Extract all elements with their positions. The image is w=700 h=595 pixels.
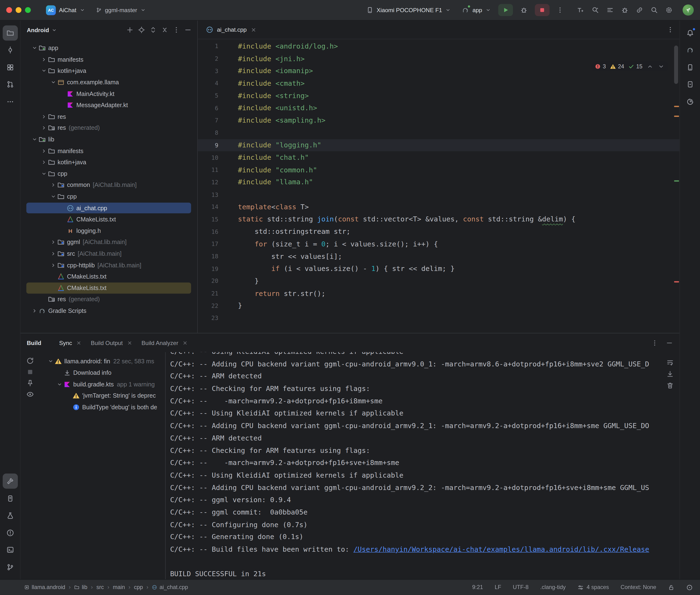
tool-button-device-manager[interactable]	[682, 59, 698, 75]
tree-item-ggml[interactable]: ggml[AiChat.lib.main]	[21, 237, 197, 248]
next-problem-icon[interactable]	[657, 63, 665, 70]
line-number[interactable]: 10	[198, 154, 218, 161]
tree-item-manifests[interactable]: manifests	[21, 54, 197, 65]
chevron-right-icon[interactable]	[40, 113, 48, 120]
tool-button-build[interactable]	[2, 474, 18, 489]
code-line-16[interactable]: 16 std::ostringstream str;	[198, 225, 679, 238]
line-number[interactable]: 18	[198, 253, 218, 260]
code-line-18[interactable]: 18 str << values[i];	[198, 250, 679, 263]
chevron-right-icon[interactable]	[49, 250, 57, 257]
code-line-8[interactable]: 8	[198, 127, 679, 139]
code-line-19[interactable]: 19 if (i < values.size() - 1) { str << d…	[198, 263, 679, 275]
line-number[interactable]: 19	[198, 265, 218, 272]
stop-button[interactable]	[535, 4, 550, 16]
code-line-22[interactable]: 22}	[198, 300, 679, 312]
tree-item-cpp[interactable]: cpp	[21, 191, 197, 202]
close-tab-icon[interactable]	[76, 340, 82, 345]
chevron-down-icon[interactable]	[55, 381, 63, 388]
breadcrumb-item-lib[interactable]: lib	[74, 584, 87, 591]
code-line-6[interactable]: 6#include <unistd.h>	[198, 102, 679, 114]
editor-options-icon[interactable]	[666, 26, 674, 34]
tree-item-src[interactable]: src[AiChat.lib.main]	[21, 248, 197, 259]
action-hide-icon[interactable]	[184, 26, 192, 34]
line-separator-widget[interactable]: LF	[495, 584, 501, 591]
clear-all-icon[interactable]	[666, 382, 674, 390]
tool-button-pull-requests[interactable]	[2, 77, 18, 92]
lock-icon[interactable]	[668, 584, 674, 591]
tool-button-commit[interactable]	[2, 42, 18, 58]
tool-button-device-explorer[interactable]	[2, 491, 18, 506]
previous-problem-icon[interactable]	[646, 63, 653, 70]
project-selector[interactable]: AC AiChat	[43, 4, 89, 16]
action-locate-file-icon[interactable]	[137, 26, 145, 34]
tree-item-lib[interactable]: lib	[21, 134, 197, 145]
line-number[interactable]: 20	[198, 278, 218, 285]
line-number[interactable]: 1	[198, 43, 218, 50]
action-more-icon[interactable]	[172, 26, 180, 34]
tree-item-app[interactable]: app	[21, 42, 197, 54]
tree-item-kotlin-java[interactable]: kotlin+java	[21, 65, 197, 77]
code-line-13[interactable]: 13	[198, 188, 679, 201]
chevron-right-icon[interactable]	[40, 124, 48, 132]
action-add-icon[interactable]	[126, 26, 134, 34]
code-line-21[interactable]: 21 return str.str();	[198, 287, 679, 300]
run-button[interactable]	[498, 4, 513, 16]
code-line-17[interactable]: 17 for (size_t i = 0; i < values.size();…	[198, 238, 679, 250]
inspections-widget[interactable]: 3 24 15	[592, 62, 668, 72]
code-line-5[interactable]: 5#include <string>	[198, 89, 679, 102]
line-number[interactable]: 15	[198, 216, 218, 223]
tool-button-running-devices[interactable]	[682, 77, 698, 92]
build-tree-item-buildtype-debug-is-both-de[interactable]: BuildType 'debug' is both de	[39, 401, 165, 413]
chevron-right-icon[interactable]	[49, 262, 57, 269]
action-expand-all-icon[interactable]	[149, 26, 157, 34]
passed-count[interactable]: 15	[628, 63, 642, 69]
fullscreen-window-button[interactable]	[25, 7, 31, 13]
chevron-down-icon[interactable]	[49, 193, 57, 200]
more-run-actions-button[interactable]	[553, 4, 566, 16]
breadcrumb-item-src[interactable]: src	[96, 584, 104, 591]
filter-icon[interactable]	[26, 390, 34, 399]
tool-button-more-tools[interactable]	[2, 94, 18, 109]
toolbar-button-todo-list[interactable]	[603, 4, 616, 16]
tree-item-res[interactable]: res(generated)	[21, 122, 197, 134]
tree-item-cpp[interactable]: cpp	[21, 168, 197, 179]
close-window-button[interactable]	[6, 7, 12, 13]
line-number[interactable]: 6	[198, 105, 218, 111]
code-area[interactable]: 1#include <android/log.h>2#include <jni.…	[198, 39, 679, 324]
build-tree-item-build-gradle-kts[interactable]: build.gradle.ktsapp 1 warning	[39, 378, 165, 390]
soft-wrap-icon[interactable]	[666, 358, 674, 366]
error-count[interactable]: 3	[595, 63, 606, 69]
tool-button-app-inspection[interactable]	[2, 508, 18, 523]
line-number[interactable]: 4	[198, 80, 218, 87]
chevron-down-icon[interactable]	[51, 27, 57, 33]
build-title[interactable]: Build	[27, 339, 41, 346]
line-number[interactable]: 22	[198, 302, 218, 309]
line-number[interactable]: 7	[198, 117, 218, 124]
breadcrumb-item-main[interactable]: main	[113, 584, 125, 591]
tree-item-messageadapter-kt[interactable]: MessageAdapter.kt	[21, 100, 197, 111]
vcs-branch-selector[interactable]: ggml-master	[92, 5, 149, 15]
project-view-mode[interactable]: Android	[27, 27, 49, 33]
build-tab-build-analyzer[interactable]: Build Analyzer	[137, 333, 192, 352]
close-tab-icon[interactable]	[250, 27, 256, 33]
minimize-window-button[interactable]	[16, 7, 22, 13]
chevron-right-icon[interactable]	[49, 182, 57, 189]
chevron-right-icon[interactable]	[40, 159, 48, 166]
tool-button-terminal[interactable]	[2, 542, 18, 557]
line-number[interactable]: 23	[198, 315, 218, 321]
close-tab-icon[interactable]	[182, 340, 188, 345]
code-line-14[interactable]: 14template<class T>	[198, 201, 679, 213]
toolbar-button-link[interactable]	[633, 4, 646, 16]
code-line-7[interactable]: 7#include <sampling.h>	[198, 114, 679, 127]
build-console[interactable]: C/C++: -- Using KleidiAI optimized kerne…	[165, 352, 679, 579]
stop-icon[interactable]	[26, 368, 34, 376]
build-tree-item-llama-android-fin[interactable]: llama.android: fin22 sec, 583 ms	[39, 356, 165, 367]
tool-button-gradle[interactable]	[682, 42, 698, 58]
chevron-down-icon[interactable]	[40, 67, 48, 75]
build-options-icon[interactable]	[651, 339, 659, 347]
tree-item-cmakelists-txt[interactable]: CMakeLists.txt	[21, 214, 197, 225]
device-selector[interactable]: Xiaomi POCOPHONE F1	[362, 5, 454, 15]
line-number[interactable]: 5	[198, 92, 218, 99]
tool-button-problems[interactable]	[2, 525, 18, 540]
console-file-link[interactable]: /Users/hanyin/Workspace/ai-chat/examples…	[354, 545, 649, 553]
